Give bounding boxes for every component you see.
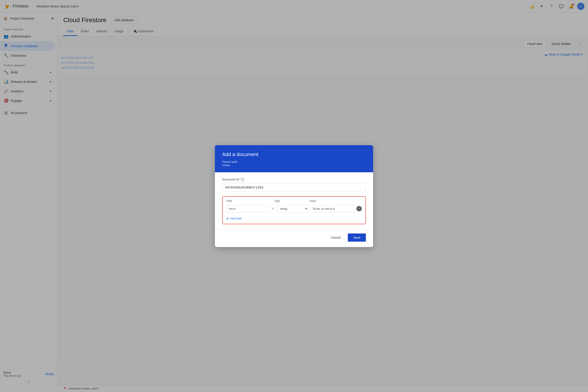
add-field-icon: ⊕ (226, 217, 229, 220)
modal-parent-label: Parent path (222, 160, 366, 164)
modal-header: Add a document Parent path /notes (215, 145, 373, 172)
modal-footer: Cancel Save (215, 230, 373, 247)
modal-title: Add a document (222, 152, 366, 158)
modal-backdrop[interactable]: Add a document Parent path /notes Docume… (0, 0, 588, 392)
field-equals: = (271, 207, 275, 210)
cancel-button[interactable]: Cancel (326, 234, 345, 242)
field-value-input[interactable] (310, 205, 355, 212)
field-name-input[interactable] (226, 205, 269, 212)
field-type-select[interactable]: string number boolean map array null tim… (276, 205, 308, 213)
save-button[interactable]: Save (348, 234, 366, 242)
add-field-button[interactable]: ⊕ Add field (226, 216, 241, 221)
add-document-modal: Add a document Parent path /notes Docume… (215, 145, 373, 247)
modal-body: Document ID ? Field Type Value = (215, 172, 373, 230)
doc-id-help-icon[interactable]: ? (241, 178, 244, 181)
doc-id-label: Document ID ? (222, 178, 366, 181)
modal-parent-path: /notes (222, 164, 366, 167)
fields-header: Field Type Value (226, 200, 362, 202)
remove-field-btn[interactable]: − (356, 206, 362, 211)
document-id-input[interactable] (222, 183, 366, 192)
fields-section: Field Type Value = string number boolean… (222, 196, 366, 224)
field-row-1: = string number boolean map array null t… (226, 205, 362, 213)
